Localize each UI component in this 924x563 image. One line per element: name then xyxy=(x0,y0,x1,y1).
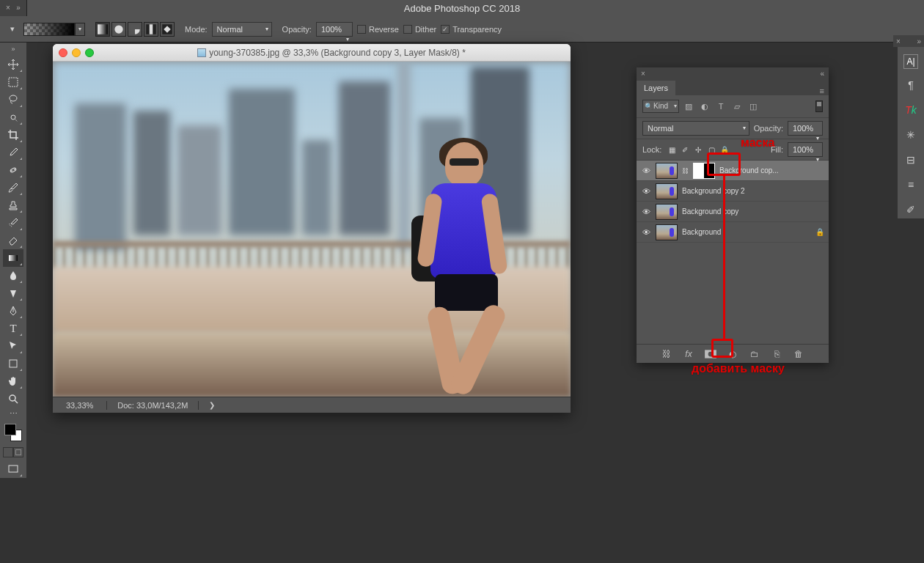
minimized-panel-tab[interactable]: × » xyxy=(0,0,27,16)
eraser-tool[interactable] xyxy=(3,232,23,249)
adjustments-panel-icon[interactable]: ≡ xyxy=(902,176,920,194)
character-panel-icon[interactable]: A| xyxy=(903,54,918,69)
pen-tool[interactable] xyxy=(3,302,23,320)
layer-thumbnail[interactable] xyxy=(656,163,678,179)
gradient-tool[interactable] xyxy=(3,249,23,267)
lock-transparency-icon[interactable]: ▦ xyxy=(666,144,678,155)
lasso-tool[interactable] xyxy=(3,91,23,108)
dodge-tool[interactable] xyxy=(3,284,23,302)
layer-name[interactable]: Background copy 2 xyxy=(682,187,824,195)
healing-tool[interactable] xyxy=(3,161,23,179)
layer-name[interactable]: Background cop... xyxy=(719,166,824,174)
visibility-toggle[interactable]: 👁 xyxy=(641,228,651,237)
marquee-tool[interactable] xyxy=(3,73,23,91)
gradient-picker-dropdown[interactable]: ▾ xyxy=(75,23,85,36)
filter-smart-icon[interactable]: ◫ xyxy=(747,100,760,112)
brush-tool[interactable] xyxy=(3,179,23,196)
history-brush-tool[interactable] xyxy=(3,214,23,232)
eyedropper-tool[interactable] xyxy=(3,144,23,161)
stamp-tool[interactable] xyxy=(3,196,23,214)
screen-mode[interactable] xyxy=(3,460,23,478)
crop-tool[interactable] xyxy=(3,126,23,144)
window-close-icon[interactable] xyxy=(59,48,67,57)
filter-shape-icon[interactable]: ▱ xyxy=(730,100,744,112)
layer-thumbnail[interactable] xyxy=(656,224,678,240)
brushes-panel-icon[interactable]: ✐ xyxy=(902,201,920,218)
zoom-tool[interactable] xyxy=(3,390,23,408)
lock-all-icon[interactable]: 🔒 xyxy=(719,144,730,155)
tk-panel-icon[interactable]: Tk xyxy=(902,101,920,119)
toolbox-expand[interactable]: » xyxy=(11,45,15,53)
panel-collapse-icon[interactable]: « xyxy=(820,70,824,78)
dither-checkbox[interactable]: Dither xyxy=(403,25,436,34)
mask-link-icon[interactable]: ⛓ xyxy=(682,167,689,174)
blur-tool[interactable] xyxy=(3,267,23,284)
layers-panel-menu[interactable]: ≡ xyxy=(815,87,829,95)
statusbar-menu[interactable]: ❯ xyxy=(199,401,225,409)
filter-type-icon[interactable]: T xyxy=(714,100,727,112)
panel-close-icon[interactable]: × xyxy=(641,70,645,78)
layer-row[interactable]: 👁 Background 🔒 xyxy=(637,222,829,243)
document-info[interactable]: Doc: 33,0M/143,2M xyxy=(107,401,199,410)
lock-artboard-icon[interactable]: ▢ xyxy=(705,144,717,155)
gradient-type-radial[interactable] xyxy=(111,22,126,37)
window-minimize-icon[interactable] xyxy=(72,48,81,57)
layer-name[interactable]: Background copy xyxy=(682,207,824,216)
strip-close-icon[interactable]: × xyxy=(896,37,901,45)
reverse-checkbox[interactable]: Reverse xyxy=(357,25,399,34)
document-titlebar[interactable]: young-370385.jpg @ 33,3% (Background cop… xyxy=(53,44,571,62)
quick-mask-icon[interactable] xyxy=(13,447,23,457)
lock-position-icon[interactable]: ✢ xyxy=(692,144,704,155)
fill-dropdown[interactable]: 100% xyxy=(788,142,823,157)
edit-toolbar[interactable]: ⋯ xyxy=(3,408,23,419)
document-canvas[interactable] xyxy=(53,62,571,397)
standard-mode-icon[interactable] xyxy=(3,447,13,457)
properties-panel-icon[interactable]: ⊟ xyxy=(902,151,920,169)
link-layers-button[interactable]: ⛓ xyxy=(660,347,673,361)
visibility-toggle[interactable]: 👁 xyxy=(641,166,651,175)
color-swatches[interactable] xyxy=(3,422,23,443)
transparency-checkbox[interactable]: ✓Transparency xyxy=(441,25,502,34)
add-mask-button[interactable] xyxy=(704,347,717,361)
gradient-type-diamond[interactable] xyxy=(160,22,175,37)
layers-tab[interactable]: Layers xyxy=(637,81,675,95)
gradient-type-linear[interactable] xyxy=(95,22,110,37)
tool-preset-picker[interactable]: ▾ xyxy=(6,23,19,36)
window-zoom-icon[interactable] xyxy=(85,48,94,57)
lock-pixels-icon[interactable]: ✐ xyxy=(679,144,691,155)
shape-tool[interactable] xyxy=(3,355,23,372)
mask-thumbnail[interactable] xyxy=(693,163,715,179)
layer-style-button[interactable]: fx xyxy=(682,347,695,361)
gradient-preview[interactable] xyxy=(23,23,75,36)
new-group-button[interactable]: 🗀 xyxy=(748,347,761,361)
path-select-tool[interactable] xyxy=(3,337,23,355)
filter-toggle[interactable] xyxy=(815,100,823,112)
paragraph-panel-icon[interactable]: ¶ xyxy=(902,76,920,94)
gradient-type-reflected[interactable] xyxy=(144,22,158,37)
filter-kind-dropdown[interactable]: Kind xyxy=(642,100,679,113)
layer-row[interactable]: 👁 ⛓ Background cop... xyxy=(637,161,829,181)
visibility-toggle[interactable]: 👁 xyxy=(641,207,651,216)
layer-row[interactable]: 👁 Background copy 2 xyxy=(637,181,829,202)
layer-name[interactable]: Background xyxy=(682,228,811,236)
quick-select-tool[interactable] xyxy=(3,108,23,126)
mode-dropdown[interactable]: Normal xyxy=(212,22,272,37)
opacity-dropdown[interactable]: 100% xyxy=(316,22,353,37)
gradient-type-angle[interactable] xyxy=(128,22,142,37)
navigator-panel-icon[interactable]: ✳ xyxy=(902,126,920,144)
blend-mode-dropdown[interactable]: Normal xyxy=(642,121,749,136)
filter-adjustment-icon[interactable]: ◐ xyxy=(698,100,711,112)
filter-pixel-icon[interactable]: ▨ xyxy=(682,100,695,112)
delete-layer-button[interactable]: 🗑 xyxy=(792,347,805,361)
hand-tool[interactable] xyxy=(3,372,23,390)
layer-thumbnail[interactable] xyxy=(656,204,678,220)
zoom-level[interactable]: 33,33% xyxy=(53,401,107,410)
new-layer-button[interactable]: ⎘ xyxy=(770,347,783,361)
layer-row[interactable]: 👁 Background copy xyxy=(637,202,829,222)
new-adjustment-button[interactable]: ◐ xyxy=(726,347,739,361)
move-tool[interactable] xyxy=(3,56,23,73)
visibility-toggle[interactable]: 👁 xyxy=(641,187,651,196)
layer-thumbnail[interactable] xyxy=(656,183,678,199)
layer-opacity-dropdown[interactable]: 100% xyxy=(788,121,823,136)
type-tool[interactable]: T xyxy=(3,320,23,337)
